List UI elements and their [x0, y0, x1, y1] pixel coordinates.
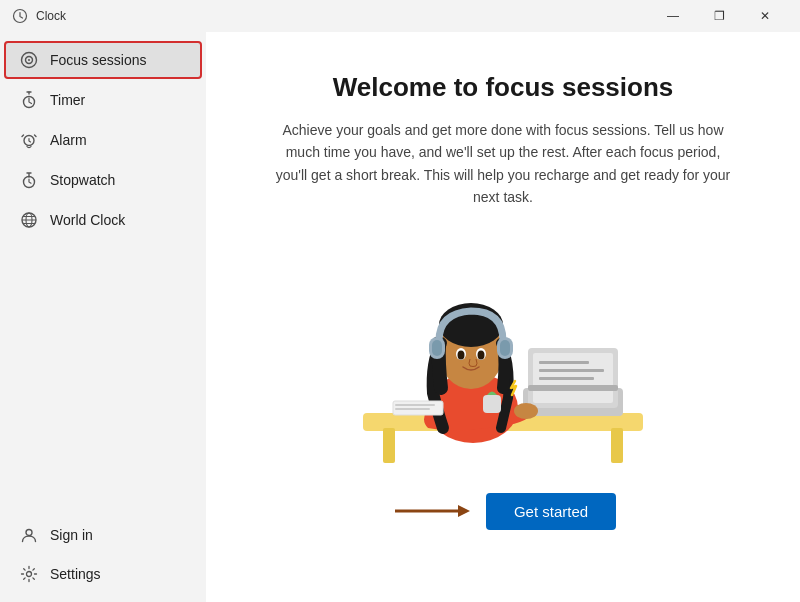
page-title: Welcome to focus sessions: [333, 72, 674, 103]
svg-rect-16: [539, 361, 589, 364]
svg-point-28: [458, 350, 465, 359]
sidebar-item-world-clock-label: World Clock: [50, 212, 125, 228]
svg-rect-33: [500, 340, 510, 356]
main-content: Welcome to focus sessions Achieve your g…: [206, 32, 800, 602]
person-icon: [20, 526, 38, 544]
settings-icon: [20, 565, 38, 583]
sidebar-item-focus-sessions-label: Focus sessions: [50, 52, 146, 68]
svg-point-8: [26, 530, 32, 536]
page-description: Achieve your goals and get more done wit…: [273, 119, 733, 209]
svg-marker-39: [458, 505, 470, 517]
close-button[interactable]: ✕: [742, 0, 788, 32]
svg-rect-11: [383, 428, 395, 463]
minimize-button[interactable]: —: [650, 0, 696, 32]
svg-point-21: [514, 403, 538, 419]
stopwatch-icon: [20, 171, 38, 189]
sidebar-item-world-clock[interactable]: World Clock: [4, 201, 202, 239]
svg-rect-37: [483, 395, 501, 413]
svg-rect-18: [539, 377, 594, 380]
sidebar-item-alarm-label: Alarm: [50, 132, 87, 148]
get-started-button[interactable]: Get started: [486, 493, 616, 530]
title-bar: Clock — ❐ ✕: [0, 0, 800, 32]
world-icon: [20, 211, 38, 229]
sidebar: Focus sessions Timer: [0, 32, 206, 602]
sidebar-item-stopwatch-label: Stopwatch: [50, 172, 115, 188]
svg-point-9: [27, 572, 32, 577]
clock-icon: [12, 8, 28, 24]
sidebar-item-sign-in-label: Sign in: [50, 527, 93, 543]
get-started-area: Get started: [390, 493, 616, 530]
sidebar-item-settings-label: Settings: [50, 566, 101, 582]
focus-illustration: [343, 233, 663, 473]
svg-rect-19: [528, 385, 618, 391]
sidebar-bottom: Sign in Settings: [0, 515, 206, 602]
window-controls: — ❐ ✕: [650, 0, 788, 32]
svg-point-29: [478, 350, 485, 359]
svg-rect-12: [611, 428, 623, 463]
svg-rect-17: [539, 369, 604, 372]
focus-icon: [20, 51, 38, 69]
timer-icon: [20, 91, 38, 109]
svg-rect-32: [432, 340, 442, 356]
svg-rect-35: [395, 404, 435, 406]
app-title: Clock: [36, 9, 66, 23]
title-bar-left: Clock: [12, 8, 66, 24]
sidebar-item-sign-in[interactable]: Sign in: [4, 516, 202, 554]
svg-rect-36: [395, 408, 430, 410]
sidebar-item-alarm[interactable]: Alarm: [4, 121, 202, 159]
sidebar-item-timer[interactable]: Timer: [4, 81, 202, 119]
sidebar-item-focus-sessions[interactable]: Focus sessions: [4, 41, 202, 79]
sidebar-item-settings[interactable]: Settings: [4, 555, 202, 593]
alarm-icon: [20, 131, 38, 149]
arrow-indicator: [390, 499, 470, 523]
sidebar-item-stopwatch[interactable]: Stopwatch: [4, 161, 202, 199]
app-body: Focus sessions Timer: [0, 32, 800, 602]
sidebar-item-timer-label: Timer: [50, 92, 85, 108]
svg-point-3: [28, 59, 30, 61]
restore-button[interactable]: ❐: [696, 0, 742, 32]
